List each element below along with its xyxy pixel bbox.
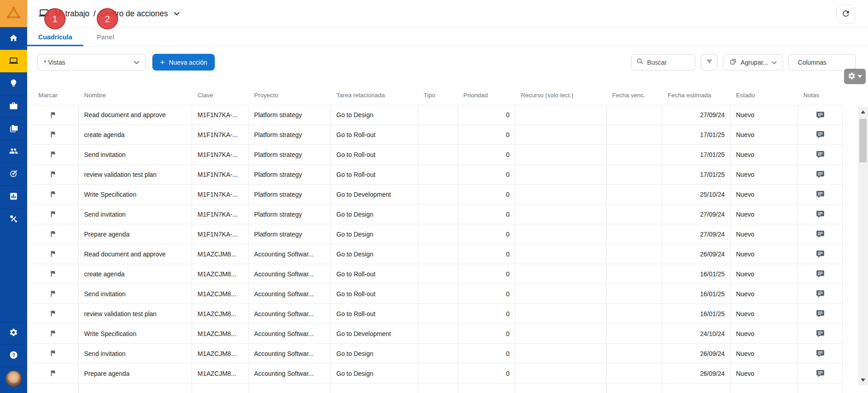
table-row[interactable]: Send invitationM1F1N7KA-...Platform stra…	[33, 204, 843, 224]
grid-settings-button[interactable]	[844, 69, 866, 84]
table-row[interactable]: Send invitationM1AZCJM8...Accounting Sof…	[33, 284, 843, 304]
group-by-button[interactable]: Agrupar...	[723, 54, 783, 71]
table-row[interactable]: Read document and approveM1F1N7KA-...Pla…	[33, 105, 843, 125]
note-icon[interactable]	[816, 349, 825, 358]
column-header-tipo[interactable]: Tipo	[418, 92, 458, 99]
cell-notes[interactable]	[798, 165, 843, 185]
cell-notes[interactable]	[798, 284, 843, 304]
column-header-flag[interactable]: Marcar	[33, 92, 79, 99]
note-icon[interactable]	[816, 329, 825, 338]
tab-panel[interactable]: Panel	[90, 28, 122, 46]
cell-flag[interactable]	[33, 204, 79, 224]
cell-flag[interactable]	[33, 105, 79, 125]
sidebar-item-help[interactable]: ?	[0, 344, 27, 367]
table-row[interactable]: Send invitationM1F1N7KA-...Platform stra…	[33, 145, 843, 165]
cell-notes[interactable]	[798, 364, 843, 384]
note-icon[interactable]	[816, 130, 825, 139]
search-box[interactable]	[631, 54, 695, 71]
flag-icon[interactable]	[49, 210, 57, 218]
note-icon[interactable]	[816, 190, 825, 199]
flag-icon[interactable]	[49, 369, 57, 377]
note-icon[interactable]	[816, 230, 825, 238]
table-row[interactable]: create agendaM1F1N7KA-...Platform strate…	[33, 125, 843, 145]
table-row[interactable]: Prepare agendaM1AZCJM8...Accounting Soft…	[33, 364, 843, 384]
sidebar-item-reports[interactable]	[0, 185, 27, 208]
cell-flag[interactable]	[33, 165, 79, 185]
note-icon[interactable]	[816, 210, 825, 218]
table-row[interactable]: review validation test planM1F1N7KA-...P…	[33, 165, 843, 185]
columns-button[interactable]: Columnas	[788, 54, 856, 71]
column-header-project[interactable]: Proyecto	[249, 92, 331, 99]
flag-icon[interactable]	[49, 310, 57, 317]
cell-notes[interactable]	[798, 244, 843, 264]
flag-icon[interactable]	[49, 151, 57, 158]
note-icon[interactable]	[816, 369, 825, 378]
cell-notes[interactable]	[798, 145, 843, 165]
table-row-partial[interactable]	[33, 384, 843, 393]
cell-flag[interactable]	[33, 304, 79, 324]
refresh-button[interactable]	[836, 5, 855, 24]
flag-icon[interactable]	[49, 250, 57, 258]
sidebar-item-tools[interactable]	[0, 208, 27, 231]
note-icon[interactable]	[816, 250, 825, 258]
cell-notes[interactable]	[798, 125, 843, 145]
column-header-clave[interactable]: Clave	[192, 92, 249, 99]
column-header-related[interactable]: Tarea relacionada	[331, 92, 418, 99]
column-header-name[interactable]: Nombre	[79, 92, 192, 99]
flag-icon[interactable]	[49, 111, 57, 119]
cell-flag[interactable]	[33, 224, 79, 244]
flag-icon[interactable]	[49, 190, 57, 198]
cell-notes[interactable]	[798, 264, 843, 284]
flag-icon[interactable]	[49, 170, 57, 178]
cell-flag[interactable]	[33, 185, 79, 204]
column-header-status[interactable]: Estado	[731, 92, 798, 99]
table-row[interactable]: Prepare agendaM1F1N7KA-...Platform strat…	[33, 224, 843, 244]
views-select[interactable]: * Vistas	[37, 54, 146, 71]
cell-flag[interactable]	[33, 244, 79, 264]
cell-flag[interactable]	[33, 264, 79, 284]
note-icon[interactable]	[816, 270, 825, 278]
flag-icon[interactable]	[49, 131, 57, 138]
sidebar-item-boards[interactable]	[0, 118, 27, 140]
sidebar-item-ideas[interactable]	[0, 72, 27, 95]
cell-flag[interactable]	[33, 324, 79, 344]
sidebar-item-my-work[interactable]	[0, 50, 27, 72]
flag-icon[interactable]	[49, 350, 57, 357]
sidebar-item-teams[interactable]	[0, 140, 27, 163]
app-logo[interactable]	[0, 0, 27, 27]
scrollbar-thumb[interactable]	[859, 119, 867, 162]
cell-notes[interactable]	[798, 185, 843, 204]
note-icon[interactable]	[816, 170, 825, 179]
note-icon[interactable]	[816, 150, 825, 159]
cell-notes[interactable]	[798, 324, 843, 344]
vertical-scrollbar[interactable]	[858, 107, 868, 385]
filter-button[interactable]	[701, 54, 717, 71]
table-row[interactable]: Send invitationM1AZCJM8...Accounting Sof…	[33, 344, 843, 364]
table-row[interactable]: review validation test planM1AZCJM8...Ac…	[33, 304, 843, 324]
note-icon[interactable]	[816, 309, 825, 318]
tab-cuadricula[interactable]: Cuadrícula	[27, 28, 83, 46]
column-header-resource[interactable]: Recurso (solo lect.)	[515, 92, 607, 99]
column-header-estimated[interactable]: Fecha estimada	[662, 92, 731, 99]
column-header-notes[interactable]: Notas	[798, 92, 843, 99]
table-row[interactable]: create agendaM1AZCJM8...Accounting Softw…	[33, 264, 843, 284]
column-header-priority[interactable]: Prioridad	[458, 92, 515, 99]
sidebar-item-projects[interactable]	[0, 95, 27, 118]
cell-notes[interactable]	[798, 344, 843, 364]
sidebar-item-settings[interactable]	[0, 322, 27, 344]
cell-flag[interactable]	[33, 284, 79, 304]
scroll-up-arrow[interactable]	[861, 110, 865, 114]
cell-flag[interactable]	[33, 364, 79, 384]
note-icon[interactable]	[816, 289, 825, 298]
table-row[interactable]: Write SpecificationM1F1N7KA-...Platform …	[33, 185, 843, 204]
flag-icon[interactable]	[49, 270, 57, 278]
cell-flag[interactable]	[33, 145, 79, 165]
cell-notes[interactable]	[798, 204, 843, 224]
sidebar-item-profile[interactable]	[0, 367, 27, 389]
table-row[interactable]: Write SpecificationM1AZCJM8...Accounting…	[33, 324, 843, 344]
flag-icon[interactable]	[49, 230, 57, 238]
cell-notes[interactable]	[798, 105, 843, 125]
flag-icon[interactable]	[49, 330, 57, 337]
cell-notes[interactable]	[798, 224, 843, 244]
sidebar-item-goals[interactable]	[0, 163, 27, 185]
